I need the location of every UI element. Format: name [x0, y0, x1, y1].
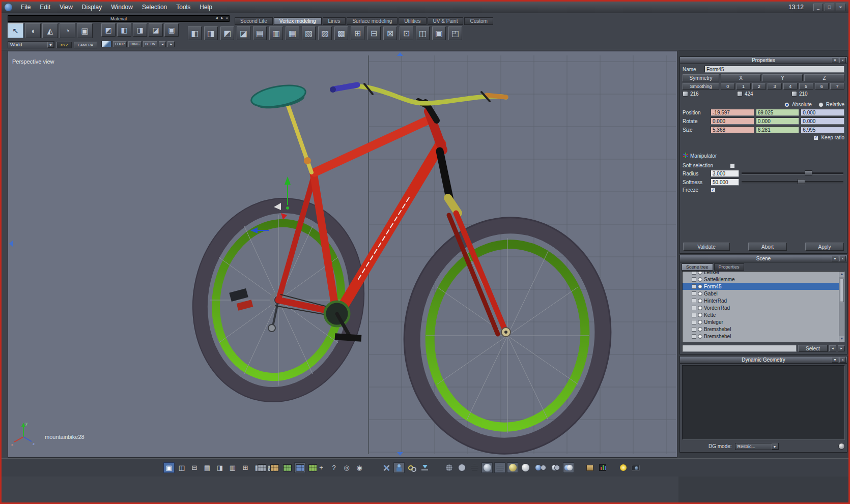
lock-tool-icon[interactable]: ▣ [77, 23, 93, 38]
lock-icon[interactable] [692, 320, 696, 324]
soft-selection-checkbox[interactable] [730, 163, 735, 168]
smoothing-7-button[interactable]: 7 [830, 83, 844, 90]
ribbon-tool-icon-16[interactable]: ▣ [432, 26, 446, 40]
visibility-icon[interactable] [698, 277, 702, 282]
ribbon-tool-icon-4[interactable]: ◪ [237, 26, 250, 40]
tab-utilities[interactable]: Utilities [399, 17, 426, 25]
all-select-icon[interactable]: ▣ [164, 23, 179, 37]
dg-close-icon[interactable]: × [839, 357, 846, 363]
scroll-down-icon[interactable]: ▼ [839, 336, 844, 342]
ribbon-tool-icon-13[interactable]: ⊠ [383, 26, 397, 40]
smoothing-6-button[interactable]: 6 [815, 83, 829, 90]
axis-x-button[interactable]: X [721, 74, 761, 81]
betw-button[interactable]: BETW [143, 41, 157, 47]
minimize-button[interactable]: _ [813, 4, 823, 11]
package-icon[interactable] [584, 462, 596, 473]
scene-item-bremshebel-1[interactable]: Bremshebel [683, 325, 844, 333]
avatar-icon[interactable] [393, 462, 405, 473]
render-icon[interactable] [617, 462, 629, 473]
menu-tools[interactable]: Tools [172, 3, 195, 12]
tab-vertex-modeling[interactable]: Vertex modeling [274, 17, 322, 25]
scene-tree-tab[interactable]: Scene tree [682, 263, 713, 271]
keys-icon[interactable] [406, 462, 417, 473]
material-next-icon[interactable]: ► [220, 16, 224, 20]
scene-close-icon[interactable]: × [839, 256, 846, 261]
scene-item-kette[interactable]: Kette [683, 311, 844, 318]
scene-search-input[interactable] [682, 345, 797, 352]
ribbon-tool-icon-2[interactable]: ◨ [204, 26, 218, 40]
smoothing-5-button[interactable]: 5 [799, 83, 813, 90]
ribbon-tool-icon-6[interactable]: ▥ [269, 26, 283, 40]
radius-slider-thumb[interactable] [805, 170, 812, 175]
tab-second-life[interactable]: Second Life [235, 17, 273, 25]
radius-field[interactable] [711, 170, 739, 177]
shrink-select-icon[interactable]: ▸ [167, 41, 175, 47]
object-select-icon[interactable]: ◪ [149, 23, 163, 37]
crossed-tools-icon[interactable] [381, 462, 392, 473]
menu-view[interactable]: View [55, 3, 77, 12]
lock-icon[interactable] [692, 313, 696, 317]
lock-icon[interactable] [692, 327, 696, 332]
apply-button[interactable]: Apply [805, 243, 844, 251]
position-z-field[interactable] [801, 109, 844, 116]
camera-button[interactable]: CAMERA [74, 42, 97, 48]
material-prev-icon[interactable]: ◄ [214, 16, 218, 20]
shade-textured-icon[interactable] [507, 462, 518, 473]
ribbon-tool-icon-11[interactable]: ⊞ [351, 26, 364, 40]
layout-3cols-icon[interactable]: ▥ [227, 462, 238, 473]
dg-mode-dropdown[interactable]: Restric... ▼ [735, 443, 779, 450]
visibility-icon[interactable] [698, 327, 702, 332]
twosided-icon[interactable] [550, 462, 561, 473]
viewport-canvas[interactable]: y x z [8, 51, 677, 458]
sphere-tool-icon[interactable]: ◔ [60, 23, 75, 38]
position-x-field[interactable] [711, 109, 754, 116]
softness-slider[interactable] [742, 181, 843, 183]
texture-grid-icon[interactable] [294, 462, 305, 473]
xyz-button[interactable]: XYZ [56, 42, 72, 48]
keep-ratio-checkbox[interactable] [813, 135, 818, 140]
softness-slider-thumb[interactable] [798, 179, 805, 184]
scene-scrollbar[interactable]: ▲ ▼ [839, 272, 844, 342]
tab-uv-paint[interactable]: UV & Paint [428, 17, 464, 25]
dg-collapse-icon[interactable]: ▼ [832, 357, 838, 363]
abort-button[interactable]: Abort [748, 243, 787, 251]
axis-z-button[interactable]: Z [804, 74, 844, 81]
tab-surface-modeling[interactable]: Surface modeling [347, 17, 398, 25]
ring-button[interactable]: RING [128, 41, 141, 47]
lock-icon[interactable] [692, 271, 696, 275]
ribbon-tool-icon-12[interactable]: ⊟ [367, 26, 381, 40]
vertex-select-icon[interactable]: ◩ [101, 23, 116, 37]
visibility-icon[interactable] [698, 291, 702, 296]
viewport-split-left-handle[interactable] [9, 241, 13, 247]
ribbon-tool-icon-3[interactable]: ◩ [220, 26, 234, 40]
axis-y-button[interactable]: Y [762, 74, 803, 81]
tab-lines[interactable]: Lines [323, 17, 346, 25]
smoothing-4-button[interactable]: 4 [783, 83, 798, 90]
layout-single-icon[interactable]: ▣ [163, 462, 175, 473]
viewport-split-bottom-handle[interactable] [397, 452, 403, 456]
scene-prev-icon[interactable]: ◂ [829, 345, 836, 351]
paint-select-icon[interactable] [101, 41, 111, 47]
zoom-icon[interactable]: ◎ [341, 462, 352, 473]
ribbon-tool-icon-10[interactable]: ▩ [334, 26, 348, 40]
menu-window[interactable]: Window [106, 3, 137, 12]
softness-field[interactable] [711, 179, 739, 186]
uv-grid-icon[interactable] [281, 462, 293, 473]
scene-next-icon[interactable]: ▸ [838, 345, 845, 351]
backface-icon[interactable] [537, 462, 549, 473]
face-select-icon[interactable]: ◨ [133, 23, 147, 37]
close-button[interactable]: × [836, 4, 845, 11]
visibility-icon[interactable] [698, 320, 702, 324]
menu-help[interactable]: Help [195, 3, 217, 12]
material-close-icon[interactable]: × [225, 16, 228, 20]
shade-wireframe-icon[interactable] [443, 462, 455, 473]
scene-item-vorderrrad[interactable]: VorderrRad [683, 304, 844, 311]
lock-icon[interactable] [692, 306, 696, 310]
scene-item-bremshebel-2[interactable]: Bremshebel [683, 333, 844, 340]
drop-icon[interactable] [419, 462, 430, 473]
shade-flat-icon[interactable] [469, 462, 480, 473]
lock-icon[interactable] [692, 299, 696, 303]
scale-tool-icon[interactable]: ◭ [42, 23, 58, 38]
scene-properties-tab[interactable]: Properties [714, 263, 744, 271]
help-icon[interactable]: ? [328, 462, 339, 473]
